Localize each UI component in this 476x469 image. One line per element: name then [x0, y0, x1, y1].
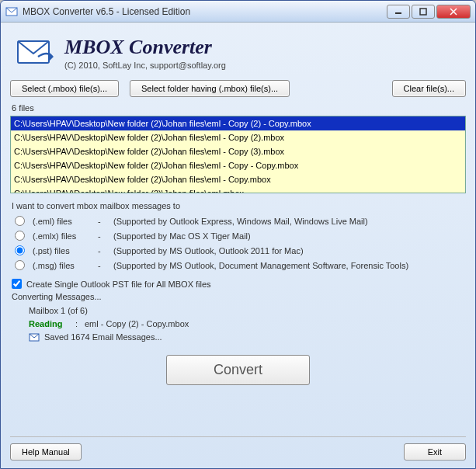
- single-pst-checkbox[interactable]: [12, 279, 22, 289]
- radio-desc: (Supported by MS Outlook, Document Manag…: [113, 261, 463, 270]
- status-reading: Reading : eml - Copy (2) - Copy.mbox: [29, 318, 466, 331]
- footer: Help Manual Exit: [10, 436, 466, 460]
- select-folder-button[interactable]: Select folder having (.mbox) file(s)...: [130, 80, 290, 97]
- spacer: [301, 80, 380, 97]
- app-title: MBOX Converter: [64, 36, 226, 59]
- reading-label: Reading: [29, 318, 75, 331]
- toolbar: Select (.mbox) file(s)... Select folder …: [10, 80, 466, 97]
- clear-files-button[interactable]: Clear file(s)...: [392, 80, 466, 97]
- radio-eml[interactable]: (.eml) files - (Supported by Outlook Exp…: [13, 214, 463, 228]
- radio-eml-input[interactable]: [15, 216, 25, 226]
- radio-label: (.msg) files: [33, 261, 93, 270]
- envelope-icon: [13, 33, 57, 72]
- list-item[interactable]: C:\Users\HPAV\Desktop\New folder (2)\Joh…: [11, 116, 465, 130]
- radio-desc: (Supported by Mac OS X Tiger Mail): [113, 231, 463, 241]
- status-detail: Mailbox 1 (of 6) Reading : eml - Copy (2…: [29, 304, 466, 344]
- convert-button[interactable]: Convert: [166, 355, 310, 385]
- list-item[interactable]: C:\Users\HPAV\Desktop\New folder (2)\Joh…: [11, 158, 465, 172]
- file-list[interactable]: C:\Users\HPAV\Desktop\New folder (2)\Joh…: [10, 116, 466, 193]
- single-pst-checkbox-row[interactable]: Create Single Outlook PST file for All M…: [12, 279, 464, 289]
- header: MBOX Converter (C) 2010, SoftLay Inc, su…: [10, 29, 466, 80]
- reading-sep: :: [75, 318, 85, 331]
- radio-pst[interactable]: (.pst) files - (Supported by MS Outlook,…: [13, 243, 463, 258]
- svg-rect-2: [420, 9, 426, 15]
- dash: -: [98, 217, 109, 226]
- radio-msg[interactable]: (.msg) files - (Supported by MS Outlook,…: [13, 258, 463, 273]
- exit-button[interactable]: Exit: [404, 443, 466, 460]
- header-text: MBOX Converter (C) 2010, SoftLay Inc, su…: [64, 36, 226, 70]
- list-item[interactable]: C:\Users\HPAV\Desktop\New folder (2)\Joh…: [11, 172, 465, 186]
- convert-row: Convert: [10, 355, 466, 385]
- convert-to-label: I want to convert mbox mailbox messages …: [12, 201, 464, 210]
- window-title: MBOX Converter v6.5 - Licensed Edition: [23, 6, 387, 17]
- status-saved-row: Saved 1674 Email Messages...: [29, 331, 466, 344]
- dash: -: [98, 261, 109, 270]
- content-area: MBOX Converter (C) 2010, SoftLay Inc, su…: [1, 23, 475, 401]
- status-mailbox: Mailbox 1 (of 6): [29, 304, 466, 318]
- radio-label: (.pst) files: [33, 246, 93, 255]
- radio-pst-input[interactable]: [15, 245, 25, 255]
- format-radio-group: (.eml) files - (Supported by Outlook Exp…: [13, 214, 463, 273]
- help-manual-button[interactable]: Help Manual: [10, 443, 82, 460]
- reading-file: eml - Copy (2) - Copy.mbox: [85, 318, 189, 331]
- envelope-small-icon: [29, 333, 40, 342]
- status-saved: Saved 1674 Email Messages...: [44, 331, 162, 344]
- radio-emlx-input[interactable]: [15, 231, 25, 241]
- list-item[interactable]: C:\Users\HPAV\Desktop\New folder (2)\Joh…: [11, 144, 465, 158]
- app-window: MBOX Converter v6.5 - Licensed Edition M…: [0, 0, 476, 469]
- status-heading: Converting Messages...: [12, 292, 464, 301]
- titlebar[interactable]: MBOX Converter v6.5 - Licensed Edition: [1, 1, 475, 23]
- radio-label: (.emlx) files: [33, 231, 93, 241]
- radio-label: (.eml) files: [33, 217, 93, 226]
- list-item[interactable]: C:\Users\HPAV\Desktop\New folder (2)\Joh…: [11, 186, 465, 193]
- minimize-button[interactable]: [387, 5, 410, 19]
- checkbox-label: Create Single Outlook PST file for All M…: [26, 280, 211, 289]
- radio-desc: (Supported by Outlook Express, Windows M…: [113, 217, 463, 226]
- select-files-button[interactable]: Select (.mbox) file(s)...: [10, 80, 119, 97]
- file-count: 6 files: [12, 103, 464, 113]
- radio-emlx[interactable]: (.emlx) files - (Supported by Mac OS X T…: [13, 228, 463, 243]
- app-icon: [5, 5, 18, 18]
- close-button[interactable]: [436, 5, 471, 19]
- maximize-button[interactable]: [412, 5, 435, 19]
- window-controls: [387, 5, 471, 19]
- dash: -: [98, 246, 109, 255]
- radio-desc: (Supported by MS Outlook, Outlook 2011 f…: [113, 246, 463, 255]
- list-item[interactable]: C:\Users\HPAV\Desktop\New folder (2)\Joh…: [11, 130, 465, 144]
- dash: -: [98, 231, 109, 241]
- app-subtitle: (C) 2010, SoftLay Inc, support@softlay.o…: [64, 61, 226, 70]
- spacer: [82, 443, 404, 460]
- radio-msg-input[interactable]: [15, 260, 25, 270]
